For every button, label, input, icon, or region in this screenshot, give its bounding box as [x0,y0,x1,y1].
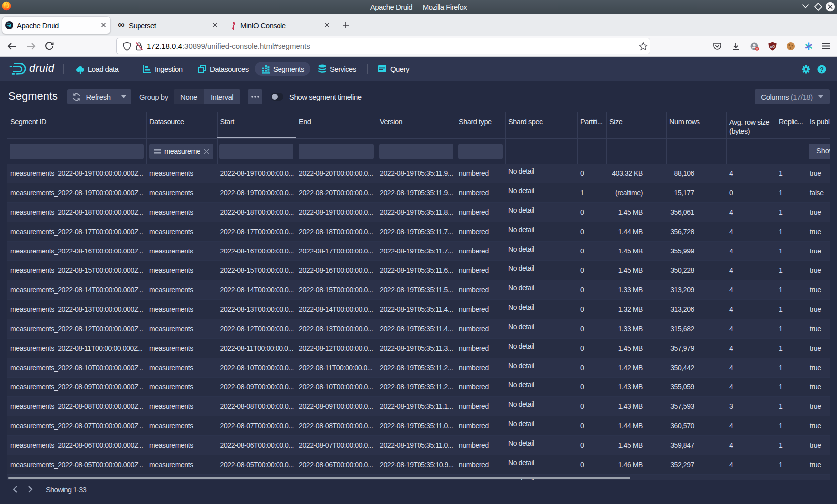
svg-text:uO: uO [770,45,775,48]
svg-text:?: ? [820,66,824,73]
